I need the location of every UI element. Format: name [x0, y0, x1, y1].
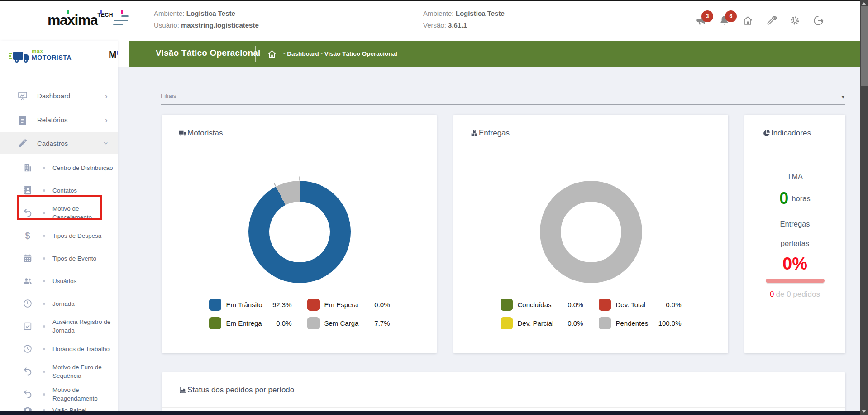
legend-item: Dev. Total 0.0% [599, 298, 682, 311]
undo-icon [23, 367, 33, 376]
orders-count: 0 [770, 290, 774, 299]
sidebar-item-label: Motivo de Furo de Sequência [52, 363, 114, 380]
indicadores-card-header: Indicadores [744, 115, 845, 152]
announcements-button[interactable]: 3 [695, 15, 706, 26]
sidebar-item-contatos[interactable]: Contatos [0, 179, 118, 202]
sidebar-item-ausencia-registro-de-jornada[interactable]: Ausência Registro de Jornada [0, 315, 118, 338]
sidebar-item-label: Relatórios [37, 116, 68, 124]
users-icon [23, 276, 33, 286]
progress-bar [766, 279, 825, 283]
environment-info-left: Ambiente: Logística Teste Usuário: maxst… [154, 8, 259, 31]
entregas-card-header: Entregas [453, 115, 728, 152]
home-icon [742, 15, 754, 26]
logo-pink-tick-icon [121, 10, 123, 14]
logout-button[interactable] [813, 15, 824, 26]
bullet-icon [43, 167, 45, 169]
gear-icon [789, 15, 801, 26]
sidebar-item-tipos-de-despesa[interactable]: $ Tipos de Despesa [0, 224, 118, 247]
sidebar-item-relatorios[interactable]: Relatórios › [0, 108, 118, 132]
versao-label: Versão: [423, 21, 446, 29]
scroll-up-arrow-icon[interactable] [862, 2, 866, 5]
sidebar-item-jornada[interactable]: Jornada [0, 292, 118, 315]
sidebar-item-centro-de-distribuicao[interactable]: Centro de Distribuição [0, 156, 118, 179]
chevron-right-icon: › [105, 92, 108, 100]
notifications-badge: 6 [725, 10, 737, 22]
building-icon [23, 163, 33, 173]
sidebar-item-label: Dashboard [37, 92, 70, 100]
clock-icon [23, 299, 33, 309]
donut-tick [591, 177, 591, 181]
notifications-button[interactable]: 6 [719, 15, 730, 26]
sidebar-item-label: Cadastros [37, 140, 68, 147]
indicadores-card: Indicadores TMA 0 horas Entregas perfeit… [744, 115, 845, 353]
sidebar-item-label: Ausência Registro de Jornada [52, 318, 114, 335]
sidebar-menu: Dashboard › Relatórios › Cadastros › [0, 84, 118, 154]
sidebar-item-visao-painel[interactable]: Visão Painel [0, 399, 118, 411]
vertical-scrollbar[interactable] [860, 0, 868, 415]
legend-swatch [501, 299, 513, 311]
bullet-icon [43, 280, 45, 282]
sidebar-item-dashboard[interactable]: Dashboard › [0, 84, 118, 108]
motoristas-card: Motoristas Em Trânsito 92.3% Em Espera 0… [162, 115, 437, 353]
chevron-right-icon: › [105, 116, 108, 124]
pencil-icon [17, 138, 28, 149]
checkbox-icon [23, 321, 33, 331]
tma-value: 0 [779, 189, 788, 208]
sidebar-item-usuarios[interactable]: Usuários [0, 270, 118, 292]
sidebar-item-label: Horários de Trabalho [52, 345, 110, 353]
orders-text: de 0 pedidos [776, 290, 820, 299]
sidebar-item-label: Usuários [52, 277, 76, 285]
card-title: Entregas [479, 129, 510, 138]
max-motorista-logo: max MOTORISTA M [0, 41, 118, 73]
settings-button[interactable] [789, 15, 801, 26]
top-bar-actions: 3 6 [695, 13, 824, 28]
entregas-donut-chart [540, 181, 642, 283]
donut-hole [269, 202, 330, 262]
tma-unit: horas [792, 194, 810, 203]
boxes-icon [470, 129, 478, 137]
logo-max-text: max [32, 48, 72, 54]
cadastros-submenu: Centro de Distribuição Contatos Motivo d… [0, 156, 118, 411]
tma-label: TMA [787, 172, 803, 181]
sidebar-item-motivo-de-furo-de-sequencia[interactable]: Motivo de Furo de Sequência [0, 360, 118, 383]
legend-swatch [307, 317, 320, 329]
motoristas-donut-chart [248, 181, 351, 283]
bullet-icon [43, 371, 45, 373]
sidebar-item-label: Tipos de Evento [52, 254, 96, 263]
metric-label-line2: perfeitas [781, 239, 809, 248]
area-chart-icon [179, 386, 187, 394]
sidebar-item-tipos-de-evento[interactable]: Tipos de Evento [0, 247, 118, 270]
top-bar: maximaTECH Ambiente: Logística Teste Usu… [0, 0, 860, 41]
logo-text: maxima [48, 12, 97, 28]
undo-icon [23, 208, 33, 218]
main-content: Visão Tático Operacional - Dashboard - V… [118, 41, 860, 411]
bullet-icon [43, 235, 45, 237]
legend-swatch [209, 299, 221, 311]
tma-value-row: 0 horas [779, 189, 810, 208]
sidebar-item-label: Motivo de Cancelamento [52, 204, 114, 222]
scroll-down-arrow-icon[interactable] [862, 410, 866, 413]
legend-item: Em Espera 0.0% [307, 298, 390, 311]
clock-icon [23, 344, 33, 354]
status-card-header: Status dos pedidos por período [162, 372, 845, 408]
truck-icon [179, 129, 187, 137]
breadcrumb-home-icon[interactable] [267, 49, 277, 59]
home-button[interactable] [742, 15, 754, 26]
donut-tick [299, 177, 300, 181]
sidebar-item-cadastros[interactable]: Cadastros › [0, 132, 118, 154]
sidebar-item-label: Visão Painel [52, 406, 86, 412]
select-caret-icon: ▾ [841, 93, 844, 100]
filiais-label: Filiais [161, 92, 176, 99]
calendar-icon [23, 253, 33, 263]
filiais-select[interactable]: Filiais ▾ [161, 90, 845, 105]
hamburger-menu-button[interactable] [113, 15, 129, 25]
tools-button[interactable] [766, 15, 777, 26]
scrollbar-thumb[interactable] [861, 6, 868, 86]
sidebar-item-horarios-de-trabalho[interactable]: Horários de Trabalho [0, 338, 118, 360]
sidebar-item-motivo-de-cancelamento[interactable]: Motivo de Cancelamento [0, 202, 118, 224]
legend-item: Sem Carga 7.7% [307, 317, 390, 329]
orders-summary: 0de 0 pedidos [770, 290, 820, 299]
ambiente-value: Logística Teste [456, 10, 505, 17]
donut-tick [273, 183, 276, 187]
legend-item: Dev. Parcial 0.0% [501, 317, 583, 329]
